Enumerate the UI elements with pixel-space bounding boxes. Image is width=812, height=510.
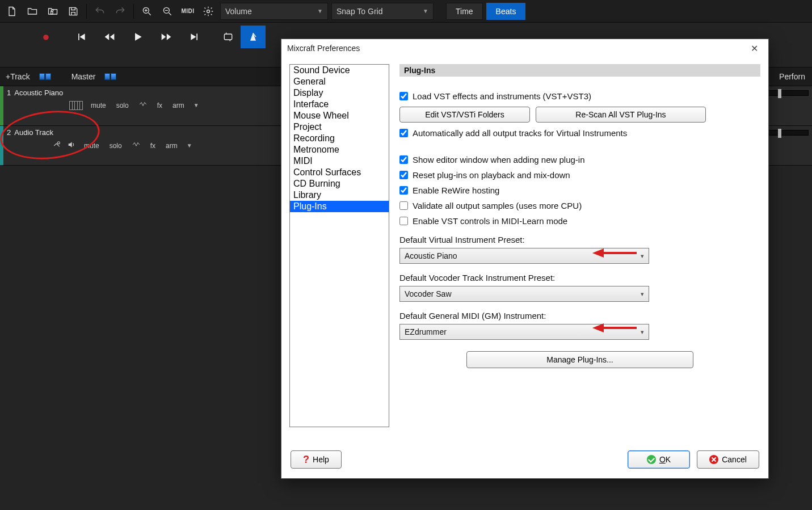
open-project-icon[interactable]	[44, 3, 61, 20]
track-number: 1	[7, 88, 11, 97]
nav-plugins[interactable]: Plug-Ins	[290, 201, 389, 212]
default-vocoder-value: Vocoder Saw	[405, 289, 452, 298]
play-button[interactable]	[124, 26, 152, 48]
snap-dropdown[interactable]: Snap To Grid ▼	[331, 3, 434, 20]
nav-control-surfaces[interactable]: Control Surfaces	[290, 167, 389, 178]
default-vi-select[interactable]: Acoustic Piano ▾	[399, 248, 649, 264]
default-vocoder-select[interactable]: Vocoder Saw ▾	[399, 286, 649, 302]
piano-keyboard-icon[interactable]	[69, 101, 83, 110]
nav-interface[interactable]: Interface	[290, 99, 389, 110]
show-editor-row[interactable]: Show editor window when adding new plug-…	[399, 155, 760, 165]
toolbar-separator	[86, 4, 87, 19]
settings-gear-icon[interactable]	[200, 3, 217, 20]
cancel-x-icon	[709, 455, 718, 464]
zoom-in-icon[interactable]	[138, 3, 155, 20]
undo-icon[interactable]	[91, 3, 108, 20]
auto-add-outputs-row[interactable]: Automatically add all output tracks for …	[399, 128, 760, 138]
svg-point-2	[207, 10, 210, 12]
time-toggle-label: Time	[456, 7, 473, 16]
auto-add-outputs-checkbox[interactable]	[399, 129, 408, 137]
reset-plugins-checkbox[interactable]	[399, 171, 408, 179]
record-button[interactable]: ●	[32, 26, 60, 48]
nav-display[interactable]: Display	[290, 87, 389, 99]
show-editor-checkbox[interactable]	[399, 155, 408, 164]
time-toggle[interactable]: Time	[446, 3, 483, 20]
vst-midi-learn-row[interactable]: Enable VST controls in MIDI-Learn mode	[399, 216, 760, 226]
skip-start-button[interactable]	[67, 26, 95, 48]
nav-midi[interactable]: MIDI	[290, 155, 389, 167]
fx-button[interactable]: fx	[155, 101, 165, 110]
chevron-down-icon[interactable]: ▼	[193, 102, 199, 108]
arm-button[interactable]: arm	[163, 141, 180, 150]
auto-add-outputs-label: Automatically add all output tracks for …	[413, 128, 627, 138]
arm-button[interactable]: arm	[170, 101, 187, 110]
mic-icon[interactable]	[52, 140, 61, 151]
help-button[interactable]: ? Help	[291, 450, 342, 469]
solo-button[interactable]: solo	[107, 141, 124, 150]
metronome-button[interactable]	[241, 26, 266, 48]
solo-button[interactable]: solo	[114, 101, 131, 110]
nav-general[interactable]: General	[290, 76, 389, 87]
beats-toggle[interactable]: Beats	[486, 3, 526, 20]
add-track-button[interactable]: +Track	[6, 72, 30, 81]
enable-rewire-checkbox[interactable]	[399, 186, 408, 195]
perform-label[interactable]: Perforn	[779, 72, 805, 81]
rewind-button[interactable]	[95, 26, 124, 48]
speaker-icon[interactable]	[67, 140, 76, 151]
dialog-title: Mixcraft Preferences	[287, 44, 360, 53]
nav-library[interactable]: Library	[290, 189, 389, 201]
nav-mouse-wheel[interactable]: Mouse Wheel	[290, 110, 389, 121]
skip-end-button[interactable]	[180, 26, 209, 48]
nav-metronome[interactable]: Metronome	[290, 144, 389, 155]
prefs-nav-list[interactable]: Sound Device General Display Interface M…	[289, 64, 389, 427]
volume-dropdown[interactable]: Volume ▼	[220, 3, 328, 20]
zoom-out-icon[interactable]	[159, 3, 176, 20]
vst-midi-learn-label: Enable VST controls in MIDI-Learn mode	[413, 216, 567, 226]
loop-button[interactable]	[216, 26, 241, 48]
default-gm-select[interactable]: EZdrummer ▾	[399, 324, 649, 340]
master-meters-icon	[104, 73, 116, 80]
master-button[interactable]: Master	[71, 72, 96, 81]
dialog-titlebar: Mixcraft Preferences ✕	[281, 39, 768, 57]
enable-rewire-row[interactable]: Enable ReWire hosting	[399, 186, 760, 195]
mute-button[interactable]: mute	[89, 101, 108, 110]
chevron-down-icon[interactable]: ▼	[187, 142, 192, 149]
cancel-button-label: Cancel	[722, 455, 747, 464]
cancel-button[interactable]: Cancel	[697, 450, 759, 469]
open-folder-icon[interactable]	[24, 3, 41, 20]
ok-button[interactable]: OOKK	[628, 450, 690, 469]
track-number: 2	[7, 128, 11, 137]
manage-plugins-button[interactable]: Manage Plug-Ins...	[466, 351, 693, 368]
chevron-down-icon: ▼	[423, 8, 428, 14]
top-toolbar: MIDI Volume ▼ Snap To Grid ▼ Time Beats	[0, 0, 812, 23]
fast-forward-button[interactable]	[152, 26, 180, 48]
validate-samples-checkbox[interactable]	[399, 201, 408, 210]
help-question-icon: ?	[303, 454, 309, 466]
vst-midi-learn-checkbox[interactable]	[399, 217, 408, 225]
validate-samples-label: Validate all output samples (uses more C…	[413, 201, 582, 210]
automation-icon[interactable]	[137, 100, 149, 110]
save-icon[interactable]	[65, 3, 82, 20]
load-vst-label: Load VST effects and instruments (VST+VS…	[413, 91, 591, 101]
nav-recording[interactable]: Recording	[290, 133, 389, 144]
validate-samples-row[interactable]: Validate all output samples (uses more C…	[399, 201, 760, 210]
nav-sound-device[interactable]: Sound Device	[290, 65, 389, 76]
redo-icon[interactable]	[112, 3, 129, 20]
chevron-down-icon: ▾	[641, 290, 644, 298]
load-vst-checkbox-row[interactable]: Load VST effects and instruments (VST+VS…	[399, 91, 760, 101]
automation-icon[interactable]	[130, 141, 142, 150]
reset-plugins-row[interactable]: Reset plug-ins on playback and mix-down	[399, 170, 760, 180]
beats-toggle-label: Beats	[496, 7, 516, 16]
rescan-vst-button[interactable]: Re-Scan All VST Plug-Ins	[536, 107, 706, 123]
nav-project[interactable]: Project	[290, 121, 389, 133]
chevron-down-icon: ▾	[641, 252, 644, 260]
edit-vst-folders-button[interactable]: Edit VST/VSTi Folders	[399, 107, 530, 123]
new-file-icon[interactable]	[3, 3, 20, 20]
nav-cd-burning[interactable]: CD Burning	[290, 178, 389, 189]
mute-button[interactable]: mute	[82, 141, 102, 150]
close-button[interactable]: ✕	[746, 43, 763, 54]
fx-button[interactable]: fx	[148, 141, 158, 150]
midi-icon[interactable]: MIDI	[179, 3, 196, 20]
svg-point-5	[57, 142, 60, 144]
load-vst-checkbox[interactable]	[399, 92, 408, 100]
